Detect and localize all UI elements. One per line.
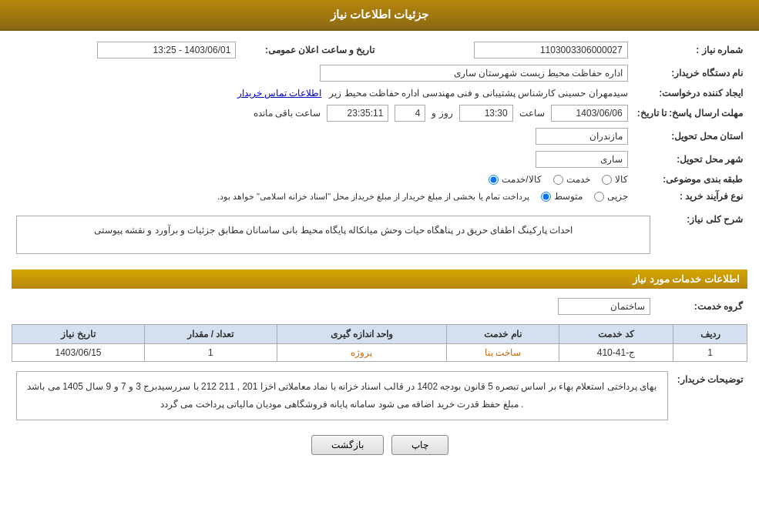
response-date: 1403/06/06 [551,105,628,122]
back-button[interactable]: بازگشت [311,435,384,455]
city-label: شهر محل تحویل: [633,148,747,171]
category-radio-goods[interactable]: کالا [602,174,628,185]
need-desc-value: احداث پارکینگ اطفای حریق در پناهگاه حیات… [16,216,650,254]
category-both-label: کالا/خدمت [502,174,541,185]
city-value: ساری [536,151,628,168]
announce-datetime-value: 1403/06/01 - 13:25 [12,38,240,62]
purchase-type-radio-group: جزیی متوسط پرداخت تمام یا بخشی از مبلغ خ… [16,191,628,202]
services-section-title: اطلاعات خدمات مورد نیاز [12,269,747,289]
col-name: نام خدمت [447,325,559,344]
services-table: ردیف کد خدمت نام خدمت واحد اندازه گیری ت… [12,324,747,362]
col-date: تاریخ نیاز [12,325,145,344]
cell-qty: 1 [145,344,277,362]
category-radio-service[interactable]: خدمت [553,174,590,185]
remaining-label: ساعت باقی مانده [254,108,321,119]
announce-datetime-label: تاریخ و ساعت اعلان عمومی: [240,38,379,62]
response-time: 13:30 [459,105,513,122]
purchase-type-medium[interactable]: متوسط [541,191,583,202]
buyer-notes-value: بهای پرداختی استعلام بهاء بر اساس تبصره … [16,371,668,420]
table-row: 1 ج-41-410 ساخت بنا پروژه 1 1403/06/15 [12,344,747,362]
buyer-org-value: اداره حفاظت محیط زیست شهرستان ساری [12,62,633,85]
need-number-value: 1103003306000027 [379,38,632,62]
cell-date: 1403/06/15 [12,344,145,362]
creator-contact-link[interactable]: اطلاعات تماس خریدار [237,88,322,99]
col-row: ردیف [673,325,747,344]
service-group-label: گروه خدمت: [655,295,747,318]
deadline-label: مهلت ارسال پاسخ: تا تاریخ: [633,102,747,125]
buyer-org-label: نام دستگاه خریدار: [633,62,747,85]
response-days: 4 [395,105,425,122]
need-desc-label: شرح کلی نیاز: [655,208,747,262]
creator-label: ایجاد کننده درخواست: [633,85,747,102]
creator-value: سیدمهران حسینی کارشناس پشتیبانی و فنی مه… [12,85,633,102]
province-label: استان محل تحویل: [633,125,747,148]
col-qty: تعداد / مقدار [145,325,277,344]
col-code: کد خدمت [559,325,673,344]
category-service-label: خدمت [566,174,590,185]
category-goods-label: کالا [615,174,628,185]
deadline-row: 1403/06/06 ساعت 13:30 روز و 4 23:35:11 س… [16,105,628,122]
service-group-value: ساختمان [558,298,650,315]
category-radio-both[interactable]: کالا/خدمت [489,174,541,185]
purchase-type-medium-label: متوسط [554,191,583,202]
buyer-notes-label: توضیحات خریدار: [673,368,747,423]
purchase-type-label: نوع فرآیند خرید : [633,188,747,205]
purchase-type-note: پرداخت تمام یا بخشی از مبلغ خریدار از مب… [217,192,529,202]
print-button[interactable]: چاپ [391,435,448,455]
days-label: روز و [432,108,452,119]
col-unit: واحد اندازه گیری [277,325,446,344]
purchase-type-minor[interactable]: جزیی [594,191,628,202]
cell-unit: پروژه [277,344,446,362]
cell-row: 1 [673,344,747,362]
category-radio-group: کالا خدمت کالا/خدمت [16,174,628,185]
need-number-label: شماره نیاز : [633,38,747,62]
category-label: طبقه بندی موضوعی: [633,171,747,188]
response-remaining: 23:35:11 [327,105,388,122]
province-value: مازندران [536,128,628,145]
cell-name: ساخت بنا [447,344,559,362]
purchase-type-minor-label: جزیی [607,191,628,202]
page-title: جزئیات اطلاعات نیاز [0,0,759,31]
action-buttons: چاپ بازگشت [12,435,747,455]
time-label: ساعت [519,108,545,119]
cell-code: ج-41-410 [559,344,673,362]
